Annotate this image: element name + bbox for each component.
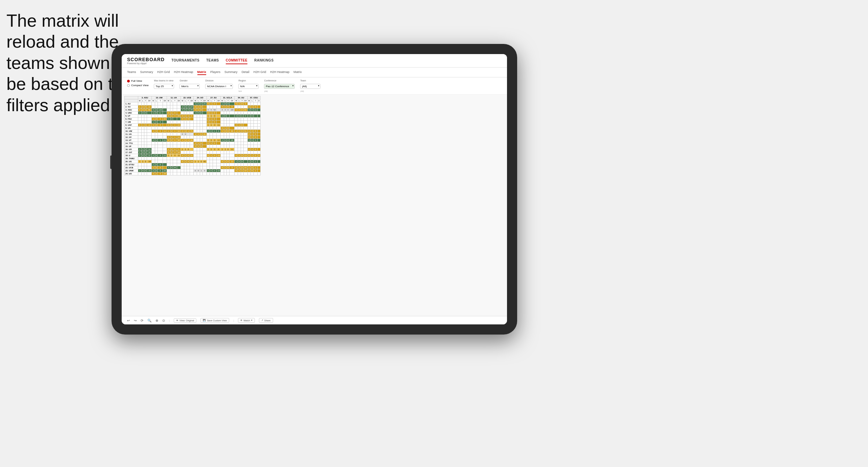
cell-1-8-2: 0 [254, 105, 258, 108]
cell-23-1-2: 0 [158, 172, 163, 175]
cell-16-1-1 [155, 151, 158, 154]
cell-14-1-1 [155, 145, 158, 148]
tab-teams[interactable]: Teams [127, 70, 136, 75]
settings-icon[interactable]: ⊙ [162, 319, 165, 322]
tab-h2h-heatmap[interactable]: H2H Heatmap [174, 70, 193, 75]
undo-icon[interactable]: ↩ [127, 319, 130, 322]
cell-20-7-3 [243, 163, 247, 166]
region-select[interactable]: N/A East West [238, 84, 259, 89]
matrix-area[interactable]: 3. ASU 10. UW 11. UA 22. UCB 24. UO 27. … [122, 95, 507, 316]
tab-matrix2[interactable]: Matrix [293, 70, 302, 75]
full-view-radio[interactable] [127, 80, 130, 82]
cell-2-3-1: 0 [184, 108, 187, 112]
cell-13-6-0 [221, 142, 224, 145]
gender-select-wrap[interactable]: Men's Women's [179, 82, 200, 89]
row-header-10: 11. UA [125, 133, 138, 136]
cell-6-2-2 [173, 121, 177, 124]
conference-select[interactable]: Pac-12 Conference (All) [264, 84, 295, 89]
tab-h2h-heatmap2[interactable]: H2H Heatmap [270, 70, 289, 75]
share-btn[interactable]: ↗ Share [259, 318, 273, 323]
row-header-9: 10. UW [125, 130, 138, 133]
cell-9-7-2: 0 [241, 130, 243, 133]
redo-icon[interactable]: ↪ [134, 319, 137, 322]
watch-btn[interactable]: ⊕ Watch ▾ [238, 318, 255, 323]
tab-summary2[interactable]: Summary [224, 70, 238, 75]
cell-2-2-2 [173, 108, 177, 112]
team-select-wrap[interactable]: (All) [300, 82, 320, 89]
cell-12-5-2: 0 [213, 139, 217, 142]
cell-2-6-3: 160 [230, 108, 235, 112]
cell-13-3-2 [187, 142, 190, 145]
nav-teams[interactable]: TEAMS [206, 57, 219, 64]
cell-19-6-2: 0 [227, 160, 230, 163]
nav-tournaments[interactable]: TOURNAMENTS [171, 57, 199, 64]
cell-20-1-3 [163, 163, 167, 166]
conference-sub-label: (All) [264, 90, 295, 92]
compact-view-radio[interactable] [127, 84, 130, 87]
cell-3-4-2: 0 [200, 112, 202, 115]
max-teams-label: Max teams in view [154, 79, 174, 82]
save-custom-btn[interactable]: 💾 Save Custom View [200, 318, 229, 323]
compact-view-option[interactable]: Compact View [127, 84, 148, 87]
cell-20-5-1 [210, 163, 213, 166]
conference-select-wrap[interactable]: Pac-12 Conference (All) [264, 82, 295, 89]
region-sub-label: N/A [238, 90, 259, 92]
cell-9-5-3: 0 [217, 130, 221, 133]
tab-detail[interactable]: Detail [242, 70, 249, 75]
view-original-btn[interactable]: 👁 View: Original [174, 318, 196, 323]
reset-icon[interactable]: ⟳ [141, 319, 143, 322]
cell-5-6-2 [227, 118, 230, 121]
cell-12-2-3: 30 [177, 139, 181, 142]
zoom-out-icon[interactable]: 🔍 [147, 319, 151, 322]
cell-5-8-1 [251, 118, 254, 121]
cell-0-4-1: 0 [197, 102, 200, 105]
cell-11-7-0 [235, 136, 238, 139]
cell-16-6-1 [224, 151, 226, 154]
gender-select[interactable]: Men's Women's [179, 84, 200, 89]
max-teams-select-wrap[interactable]: Top 25 Top 10 All [154, 82, 174, 89]
cell-20-8-2 [254, 163, 258, 166]
division-select[interactable]: NCAA Division I NCAA Division II [205, 84, 233, 89]
cell-18-1-3 [163, 157, 167, 160]
row-header-17: 18. U [125, 154, 138, 157]
cell-5-1-3: 35 [163, 118, 167, 121]
full-view-option[interactable]: Full View [127, 79, 148, 82]
cell-13-7-2 [241, 142, 243, 145]
cell-0-1-1 [155, 102, 158, 105]
cell-0-0-3 [147, 102, 152, 105]
cell-10-7-1 [238, 133, 241, 136]
cell-21-8-3 [258, 166, 261, 169]
cell-1-8-0: 0 [247, 105, 251, 108]
cell-12-8-0: 3 [247, 139, 251, 142]
tab-summary[interactable]: Summary [140, 70, 153, 75]
cell-22-3-0 [181, 169, 184, 172]
tab-matrix[interactable]: Matrix [197, 70, 207, 75]
team-select[interactable]: (All) [300, 84, 320, 89]
cell-16-6-0 [221, 151, 224, 154]
nav-rankings[interactable]: RANKINGS [254, 57, 273, 64]
cell-12-3-3: 26 [190, 139, 194, 142]
cell-20-6-2 [227, 163, 230, 166]
cell-12-8-2: 5 [254, 139, 258, 142]
division-select-wrap[interactable]: NCAA Division I NCAA Division II [205, 82, 233, 89]
search-icon[interactable]: ⊕ [155, 319, 158, 322]
tab-h2h-grid2[interactable]: H2H Grid [254, 70, 266, 75]
cell-18-2-2 [173, 157, 177, 160]
cell-18-3-2 [187, 157, 190, 160]
cell-16-7-3 [243, 151, 247, 154]
nav-committee[interactable]: COMMITTEE [226, 57, 248, 64]
cell-0-6-3 [230, 102, 235, 105]
region-select-wrap[interactable]: N/A East West [238, 82, 259, 89]
tab-players[interactable]: Players [210, 70, 220, 75]
row-header-23: 24. UO [125, 172, 138, 175]
cell-6-1-1: 0 [155, 121, 158, 124]
logo-area: SCOREBOARD Powered by clippd [127, 57, 165, 65]
cell-17-4-3 [202, 154, 207, 157]
cell-19-3-2: 0 [187, 160, 190, 163]
tab-h2h-grid[interactable]: H2H Grid [157, 70, 170, 75]
cell-22-1-0: 2 [152, 169, 155, 172]
cell-10-6-2 [227, 133, 230, 136]
max-teams-select[interactable]: Top 25 Top 10 All [154, 84, 174, 89]
cell-19-7-2: 0 [241, 160, 243, 163]
logo-title: SCOREBOARD [127, 57, 165, 62]
